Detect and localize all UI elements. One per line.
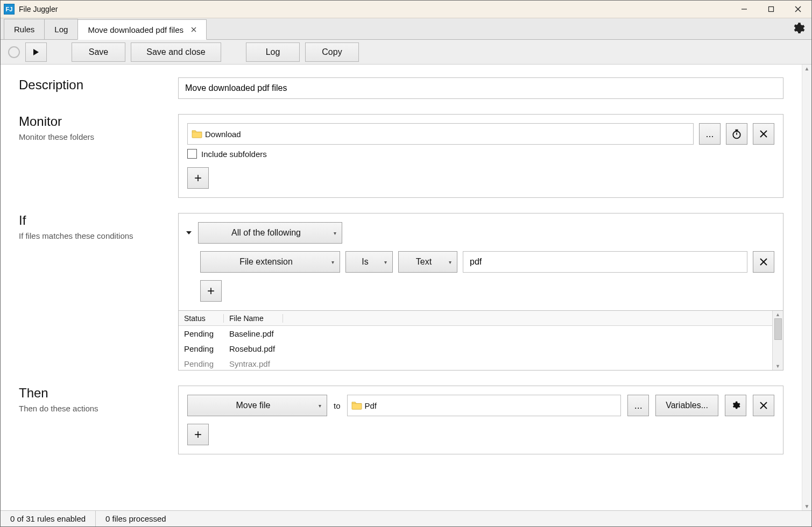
tab-rules[interactable]: Rules [4, 19, 45, 39]
then-action-row: Move file ▾ to Pdf ... Variables... [187, 395, 774, 416]
chevron-down-icon: ▾ [384, 259, 387, 265]
action-settings-button[interactable] [725, 395, 746, 416]
tab-log-label: Log [54, 25, 68, 34]
col-filename-header[interactable]: File Name [224, 314, 283, 323]
col-status-header[interactable]: Status [179, 314, 224, 323]
if-body: All of the following ▾ File extension ▾ … [178, 213, 783, 371]
monitor-browse-button[interactable]: ... [699, 123, 721, 145]
description-heading: Description [19, 77, 178, 92]
run-button[interactable] [25, 42, 47, 62]
chevron-down-icon: ▾ [334, 230, 336, 236]
titlebar: FJ File Juggler [1, 1, 811, 18]
condition-row: File extension ▾ Is ▾ Text ▾ [200, 251, 774, 273]
collapse-toggle[interactable] [186, 231, 192, 234]
svg-point-7 [733, 131, 740, 138]
tab-rules-label: Rules [14, 25, 34, 34]
action-dropdown[interactable]: Move file ▾ [187, 395, 327, 416]
stopwatch-icon [731, 129, 742, 139]
list-item[interactable]: Pending Baseline.pdf [179, 326, 772, 341]
condition-field-label: File extension [206, 257, 326, 267]
include-subfolders-checkbox[interactable] [187, 149, 197, 159]
match-mode-dropdown[interactable]: All of the following ▾ [198, 222, 342, 244]
minimize-button[interactable] [731, 1, 758, 18]
scroll-down-icon: ▼ [775, 364, 780, 369]
status-cell: Pending [179, 344, 224, 353]
scroll-down-icon: ▼ [803, 502, 811, 510]
save-close-label: Save and close [146, 47, 205, 57]
action-label: Move file [193, 401, 313, 410]
settings-button[interactable] [791, 22, 805, 35]
if-top-line: All of the following ▾ [187, 222, 774, 244]
list-item[interactable]: Pending Rosebud.pdf [179, 341, 772, 356]
if-panel: All of the following ▾ File extension ▾ … [178, 213, 783, 311]
monitor-add-button[interactable]: + [187, 167, 209, 189]
close-icon [760, 258, 767, 266]
maximize-button[interactable] [758, 1, 785, 18]
condition-type-dropdown[interactable]: Text ▾ [398, 251, 457, 273]
condition-field-dropdown[interactable]: File extension ▾ [200, 251, 340, 273]
status-bar: 0 of 31 rules enabled 0 files processed [1, 510, 811, 526]
tab-close-button[interactable] [191, 27, 196, 32]
chevron-down-icon: ▾ [331, 259, 334, 265]
content-scrollbar[interactable]: ▲ ▼ [802, 65, 811, 510]
file-preview-list: Status File Name Pending Baseline.pdf Pe… [178, 310, 783, 371]
scroll-up-icon: ▲ [803, 65, 811, 73]
tab-log[interactable]: Log [44, 19, 78, 39]
if-sub: If files matches these conditions [19, 231, 178, 240]
condition-remove-button[interactable] [753, 251, 774, 273]
variables-label: Variables... [666, 401, 708, 410]
enable-toggle[interactable] [8, 46, 20, 58]
folder-icon [191, 129, 203, 139]
status-rules: 0 of 31 rules enabled [1, 511, 96, 526]
app-icon: FJ [4, 4, 15, 15]
monitor-remove-button[interactable] [753, 123, 774, 145]
copy-button[interactable]: Copy [305, 42, 359, 62]
log-button[interactable]: Log [246, 42, 300, 62]
section-if: If If files matches these conditions All… [19, 213, 783, 371]
app-window: FJ File Juggler Rules Log Move downloade… [0, 0, 812, 527]
ellipsis-icon: ... [705, 129, 714, 140]
include-subfolders-label: Include subfolders [201, 149, 267, 159]
condition-op-dropdown[interactable]: Is ▾ [345, 251, 393, 273]
svg-rect-8 [736, 130, 738, 131]
monitor-folder-row: Download ... [187, 123, 774, 145]
content-area: Description Monitor Monitor these folder… [1, 65, 811, 510]
include-subfolders-row: Include subfolders [187, 149, 774, 159]
condition-value-input[interactable] [463, 251, 747, 273]
destination-browse-button[interactable]: ... [627, 395, 649, 416]
condition-add-button[interactable]: + [200, 280, 222, 302]
minimize-icon [741, 6, 747, 12]
scroll-thumb[interactable] [774, 318, 782, 340]
content-inner: Description Monitor Monitor these folder… [1, 65, 802, 510]
toolbar: Save Save and close Log Copy [1, 40, 811, 65]
status-cell: Pending [179, 359, 224, 368]
file-list-scrollbar[interactable]: ▲ ▼ [772, 311, 783, 370]
destination-input[interactable]: Pdf [347, 395, 622, 416]
close-icon [760, 130, 767, 138]
monitor-labelcol: Monitor Monitor these folders [19, 114, 178, 198]
close-button[interactable] [785, 1, 811, 18]
save-close-button[interactable]: Save and close [131, 42, 221, 62]
description-input[interactable] [178, 77, 783, 99]
status-cell: Pending [179, 329, 224, 338]
plus-icon: + [194, 172, 202, 184]
then-panel: Move file ▾ to Pdf ... Variables... [178, 386, 783, 454]
monitor-heading: Monitor [19, 114, 178, 129]
monitor-folder-input[interactable]: Download [187, 123, 694, 145]
action-remove-button[interactable] [753, 395, 774, 416]
action-add-button[interactable]: + [187, 424, 209, 445]
save-button[interactable]: Save [72, 42, 125, 62]
if-heading: If [19, 213, 178, 228]
save-label: Save [89, 47, 108, 57]
list-item[interactable]: Pending Syntrax.pdf [179, 356, 772, 370]
plus-icon: + [194, 428, 202, 441]
then-labelcol: Then Then do these actions [19, 386, 178, 454]
title-left: FJ File Juggler [1, 4, 58, 15]
match-mode-label: All of the following [204, 228, 328, 238]
window-controls [731, 1, 811, 18]
tab-active-rule[interactable]: Move downloaded pdf files [77, 19, 207, 40]
monitor-schedule-button[interactable] [726, 123, 747, 145]
variables-button[interactable]: Variables... [655, 395, 718, 416]
scroll-up-icon: ▲ [775, 312, 780, 317]
maximize-icon [768, 6, 774, 12]
